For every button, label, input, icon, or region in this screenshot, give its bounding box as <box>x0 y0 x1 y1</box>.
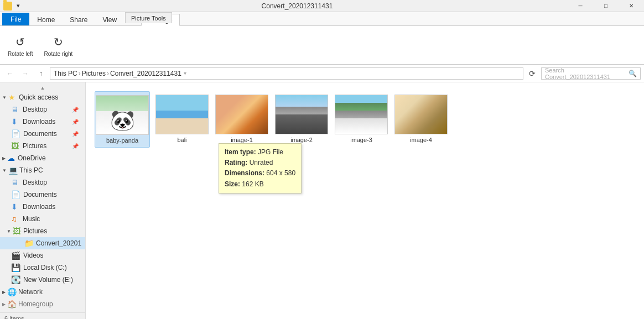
docs-thispc-icon: 📄 <box>11 190 20 199</box>
rotate-right-button[interactable]: ↻ Rotate right <box>41 32 76 58</box>
search-placeholder: Search Convert_202012311431 <box>545 67 629 80</box>
tab-file[interactable]: File <box>2 13 29 25</box>
path-dropdown-arrow[interactable]: ▾ <box>184 70 186 76</box>
sidebar-item-desktop-quick[interactable]: 🖥 Desktop 📌 <box>0 103 85 116</box>
main-layout: ▲ ▼ ★ Quick access 🖥 Desktop 📌 ⬇ Downloa… <box>0 82 644 319</box>
sidebar-item-downloads-quick[interactable]: ⬇ Downloads 📌 <box>0 116 85 128</box>
sidebar-item-newvolume[interactable]: 💽 New Volume (E:) <box>0 274 85 286</box>
homegroup-icon: 🏠 <box>7 300 17 308</box>
path-thispc[interactable]: This PC <box>54 70 77 77</box>
sidebar-item-documents-thispc[interactable]: 📄 Documents <box>0 189 85 201</box>
network-triangle: ▶ <box>2 290 6 295</box>
desktop-icon: 🖥 <box>11 105 20 114</box>
sidebar-label-documents: Documents <box>23 130 57 138</box>
sidebar-item-music-thispc[interactable]: ♫ Music <box>0 213 85 225</box>
ribbon: File Home Share View Manage ↺ Rotate lef… <box>0 12 644 65</box>
window-controls: ─ □ ✕ <box>568 0 644 12</box>
back-button[interactable]: ← <box>3 67 17 80</box>
sidebar-item-desktop-thispc[interactable]: 🖥 Desktop <box>0 176 85 189</box>
thumb-image3 <box>335 95 388 134</box>
quick-access-label: Quick access <box>19 93 58 101</box>
search-box[interactable]: Search Convert_202012311431 🔍 <box>541 67 641 80</box>
thispc-label: This PC <box>19 166 43 174</box>
sidebar-item-downloads-thispc[interactable]: ⬇ Downloads <box>0 201 85 213</box>
sidebar-header-thispc[interactable]: ▼ 💻 This PC <box>0 164 85 176</box>
sidebar-header-network[interactable]: ▶ 🌐 Network <box>0 286 85 298</box>
manage-group: ↺ Rotate left ↻ Rotate right <box>4 31 76 59</box>
sidebar-label-newvolume: New Volume (E:) <box>23 276 73 284</box>
path-folder[interactable]: Convert_202012311431 <box>110 70 181 77</box>
refresh-button[interactable]: ⟳ <box>526 67 539 80</box>
tab-share[interactable]: Share <box>63 14 95 25</box>
pictures-thispc-icon: 🖼 <box>13 227 22 236</box>
rotate-right-label: Rotate right <box>44 51 73 57</box>
tooltip-line-size: Size: 162 KB <box>225 179 295 190</box>
convert-folder-icon: 📁 <box>24 239 33 248</box>
ribbon-content: ↺ Rotate left ↻ Rotate right <box>0 25 644 64</box>
title-bar: ▾ Convert_202012311431 ─ □ ✕ <box>0 0 644 12</box>
file-item-image2[interactable]: image-2 <box>274 91 329 148</box>
file-item-baby-panda[interactable]: baby-panda <box>95 91 150 148</box>
minimize-button[interactable]: ─ <box>568 0 593 12</box>
up-button[interactable]: ↑ <box>34 67 48 80</box>
pin-icon4: 📌 <box>72 143 81 149</box>
sidebar-item-convert[interactable]: 📁 Convert_20201 <box>0 237 85 249</box>
thumb-baby-panda <box>96 95 149 135</box>
sidebar-item-videos[interactable]: 🎬 Videos <box>0 249 85 262</box>
sidebar-label-desktop: Desktop <box>23 106 47 113</box>
sidebar-header-pictures-thispc[interactable]: ▼ 🖼 Pictures <box>0 225 85 237</box>
sidebar-label-downloads: Downloads <box>23 118 55 125</box>
sidebar-header-quick[interactable]: ▼ ★ Quick access <box>0 91 85 103</box>
sidebar-header-homegroup[interactable]: ▶ 🏠 Homegroup <box>0 298 85 310</box>
thumb-image4 <box>394 95 448 134</box>
file-label-bali: bali <box>177 137 186 143</box>
maximize-button[interactable]: □ <box>593 0 619 12</box>
file-item-image3[interactable]: image-3 <box>334 91 389 148</box>
sidebar-label-localdisk: Local Disk (C:) <box>23 264 67 271</box>
file-item-image1[interactable]: image-1 <box>214 91 269 148</box>
sidebar-label-desktop-thispc: Desktop <box>23 179 47 186</box>
file-item-bali[interactable]: bali <box>154 91 210 148</box>
folder-icon <box>3 2 12 11</box>
downloads-thispc-icon: ⬇ <box>11 202 20 211</box>
sidebar-item-count: 6 items <box>0 312 85 319</box>
path-pictures[interactable]: Pictures <box>82 70 106 77</box>
network-icon: 🌐 <box>7 287 17 296</box>
address-bar: ← → ↑ This PC › Pictures › Convert_20201… <box>0 65 644 82</box>
scroll-up-indicator: ▲ <box>0 85 85 91</box>
onedrive-icon: ☁ <box>7 154 16 163</box>
sidebar-item-documents-quick[interactable]: 📄 Documents 📌 <box>0 128 85 140</box>
tab-home[interactable]: Home <box>30 14 62 25</box>
quick-triangle: ▼ <box>2 95 7 100</box>
sidebar-label-pictures-thispc: Pictures <box>23 227 47 235</box>
search-icon[interactable]: 🔍 <box>629 70 637 77</box>
ribbon-tabs: File Home Share View Manage <box>0 12 644 25</box>
forward-button[interactable]: → <box>19 67 32 80</box>
ribbon-wrapper: Picture Tools File Home Share View Manag… <box>0 12 644 65</box>
tab-view[interactable]: View <box>95 14 124 25</box>
pictures-thispc-triangle: ▼ <box>7 229 11 234</box>
qat-dropdown[interactable]: ▾ <box>13 1 23 11</box>
tooltip-line-type: Item type: JPG File <box>225 147 295 158</box>
address-path[interactable]: This PC › Pictures › Convert_20201231143… <box>50 67 523 80</box>
close-button[interactable]: ✕ <box>619 0 644 12</box>
tooltip-line-dimensions: Dimensions: 604 x 580 <box>225 168 295 179</box>
file-tooltip: Item type: JPG File Rating: Unrated Dime… <box>219 143 302 194</box>
rotate-left-label: Rotate left <box>8 51 33 57</box>
sidebar-item-localdisk[interactable]: 💾 Local Disk (C:) <box>0 262 85 274</box>
network-label: Network <box>18 288 43 296</box>
tooltip-line-rating: Rating: Unrated <box>225 158 295 168</box>
title-bar-left: ▾ Convert_202012311431 <box>0 0 568 12</box>
file-label-image1: image-1 <box>231 137 253 143</box>
thispc-triangle: ▼ <box>2 168 7 173</box>
rotate-left-button[interactable]: ↺ Rotate left <box>4 32 37 58</box>
onedrive-triangle: ▶ <box>2 156 6 161</box>
file-item-image4[interactable]: image-4 <box>393 91 449 148</box>
sidebar-header-onedrive[interactable]: ▶ ☁ OneDrive <box>0 152 85 164</box>
music-icon: ♫ <box>11 215 20 223</box>
content-area: baby-panda bali image-1 image-2 image-3 … <box>86 82 644 319</box>
thumb-image2 <box>275 95 328 134</box>
sidebar-label-pictures: Pictures <box>23 142 46 150</box>
sidebar-label-videos: Videos <box>23 252 43 259</box>
sidebar-item-pictures-quick[interactable]: 🖼 Pictures 📌 <box>0 140 85 152</box>
